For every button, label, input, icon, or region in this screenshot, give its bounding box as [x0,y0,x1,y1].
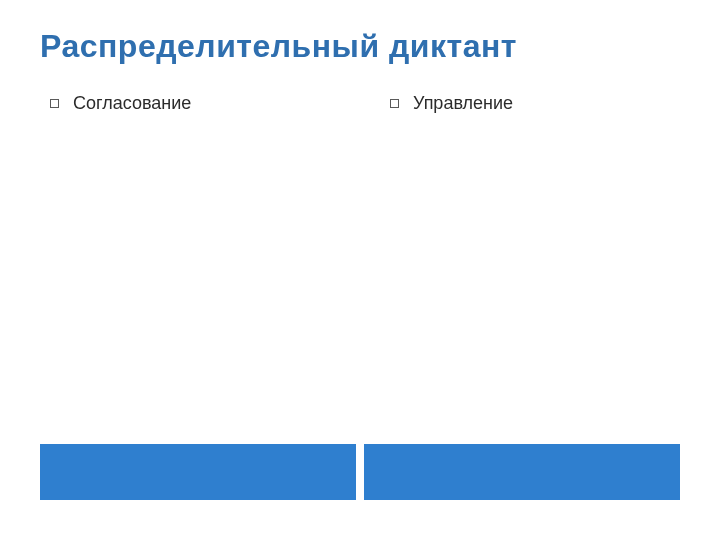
decorative-bar-right [364,444,680,500]
slide-title: Распределительный диктант [40,28,680,65]
bottom-bars [40,444,680,500]
decorative-bar-left [40,444,356,500]
list-item: Согласование [40,93,340,114]
slide: Распределительный диктант Согласование У… [0,0,720,540]
column-right: Управление [380,93,680,114]
square-bullet-icon [390,99,399,108]
bullet-text-left: Согласование [73,93,191,114]
square-bullet-icon [50,99,59,108]
columns: Согласование Управление [40,93,680,114]
bullet-text-right: Управление [413,93,513,114]
list-item: Управление [380,93,680,114]
column-left: Согласование [40,93,340,114]
